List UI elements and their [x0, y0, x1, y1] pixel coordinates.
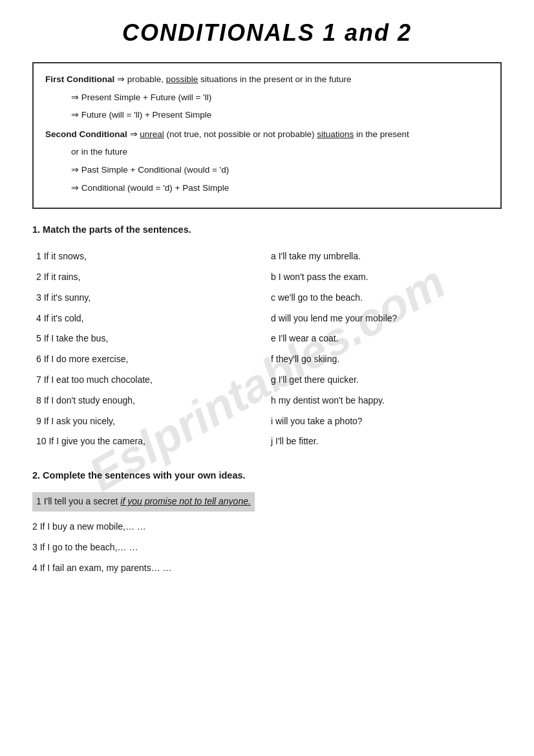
second-conditional-rule1: ⇒ Past Simple + Conditional (would = 'd): [71, 163, 489, 177]
theory-box: First Conditional ⇒ probable, possible s…: [32, 62, 502, 209]
example-highlight-item: 1 I'll tell you a secret if you promise …: [32, 492, 255, 512]
first-conditional-desc-pre: probable,: [127, 74, 166, 84]
complete-item: 3 If I go to the beach,… …: [32, 540, 502, 556]
second-conditional-situations: situations: [317, 129, 354, 139]
exercise1-title: 1. Match the parts of the sentences.: [32, 224, 502, 235]
first-conditional-arrow: ⇒: [117, 74, 127, 84]
second-conditional-post: in the present: [356, 129, 409, 139]
table-row: 4 If it's cold,d will you lend me your m…: [32, 308, 502, 329]
match-right-item: i will you take a photo?: [267, 411, 502, 432]
first-conditional-desc-post: situations in the present or in the futu…: [198, 74, 351, 84]
table-row: 2 If it rains,b I won't pass the exam.: [32, 267, 502, 288]
match-right-item: a I'll take my umbrella.: [267, 246, 502, 267]
match-left-item: 7 If I eat too much chocolate,: [32, 370, 267, 391]
match-table: 1 If it snows,a I'll take my umbrella.2 …: [32, 246, 502, 452]
table-row: 6 If I do more exercise,f they'll go ski…: [32, 349, 502, 370]
second-conditional-cont: or in the future: [71, 145, 489, 159]
match-left-item: 1 If it snows,: [32, 246, 267, 267]
example-text-pre: 1 I'll tell you a secret: [36, 496, 120, 506]
match-left-item: 9 If I ask you nicely,: [32, 411, 267, 432]
match-right-item: f they'll go skiing.: [267, 349, 502, 370]
example-text-italic: if you promise not to tell anyone.: [120, 496, 251, 506]
table-row: 1 If it snows,a I'll take my umbrella.: [32, 246, 502, 267]
second-conditional-arrow: ⇒: [130, 129, 140, 139]
first-conditional-rule1: ⇒ Present Simple + Future (will = 'll): [71, 91, 489, 105]
match-left-item: 3 If it's sunny,: [32, 288, 267, 308]
match-right-item: c we'll go to the beach.: [267, 288, 502, 308]
second-conditional-unreal: unreal: [140, 129, 164, 139]
match-right-item: d will you lend me your mobile?: [267, 308, 502, 329]
first-conditional-label: First Conditional: [45, 74, 114, 84]
table-row: 5 If I take the bus,e I'll wear a coat.: [32, 329, 502, 349]
match-left-item: 2 If it rains,: [32, 267, 267, 288]
complete-item: 4 If I fail an exam, my parents… …: [32, 561, 502, 576]
match-left-item: 10 If I give you the camera,: [32, 431, 267, 452]
second-conditional-mid: (not true, not possible or not probable): [167, 129, 317, 139]
match-left-item: 5 If I take the bus,: [32, 329, 267, 349]
first-conditional-possible: possible: [166, 74, 198, 84]
match-right-item: h my dentist won't be happy.: [267, 391, 502, 411]
table-row: 10 If I give you the camera,j I'll be fi…: [32, 431, 502, 452]
exercise2-title: 2. Complete the sentences with your own …: [32, 470, 502, 481]
second-conditional-label: Second Conditional: [45, 129, 127, 139]
match-left-item: 8 If I don't study enough,: [32, 391, 267, 411]
match-right-item: g I'll get there quicker.: [267, 370, 502, 391]
table-row: 9 If I ask you nicely,i will you take a …: [32, 411, 502, 432]
second-conditional-rule2: ⇒ Conditional (would = 'd) + Past Simple: [71, 181, 489, 195]
match-right-item: b I won't pass the exam.: [267, 267, 502, 288]
table-row: 3 If it's sunny,c we'll go to the beach.: [32, 288, 502, 308]
page-title: CONDITIONALS 1 and 2: [32, 19, 502, 47]
match-right-item: j I'll be fitter.: [267, 431, 502, 452]
table-row: 8 If I don't study enough,h my dentist w…: [32, 391, 502, 411]
table-row: 7 If I eat too much chocolate,g I'll get…: [32, 370, 502, 391]
complete-item: 1 I'll tell you a secret if you promise …: [32, 492, 502, 514]
match-right-item: e I'll wear a coat.: [267, 329, 502, 349]
first-conditional-rule2: ⇒ Future (will = 'll) + Present Simple: [71, 108, 489, 122]
complete-item: 2 If I buy a new mobile,… …: [32, 519, 502, 535]
exercise1-section: 1. Match the parts of the sentences. 1 I…: [32, 224, 502, 452]
exercise2-section: 2. Complete the sentences with your own …: [32, 470, 502, 576]
match-left-item: 4 If it's cold,: [32, 308, 267, 329]
match-left-item: 6 If I do more exercise,: [32, 349, 267, 370]
